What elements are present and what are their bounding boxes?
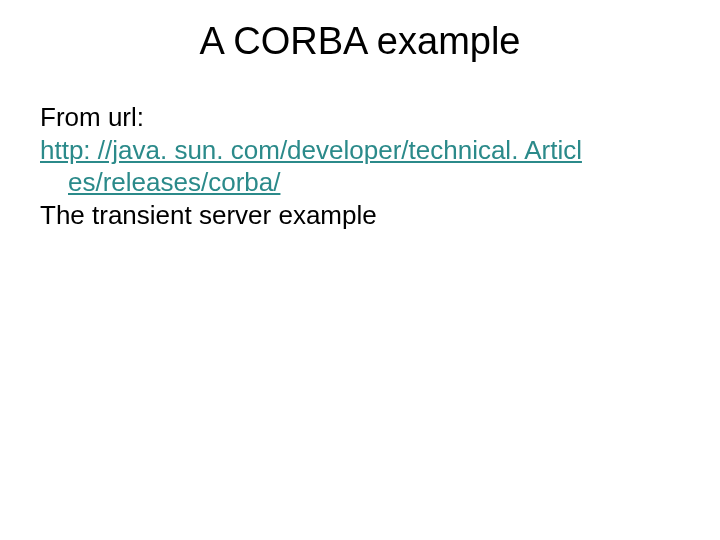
slide: A CORBA example From url: http: //java. … [0,0,720,540]
source-url-link-cont[interactable]: es/releases/corba/ [68,167,280,197]
slide-body: From url: http: //java. sun. com/develop… [40,101,680,231]
from-label: From url: [40,101,680,134]
example-description: The transient server example [40,199,680,232]
source-url-link[interactable]: http: //java. sun. com/developer/technic… [40,135,582,165]
slide-title: A CORBA example [40,20,680,63]
